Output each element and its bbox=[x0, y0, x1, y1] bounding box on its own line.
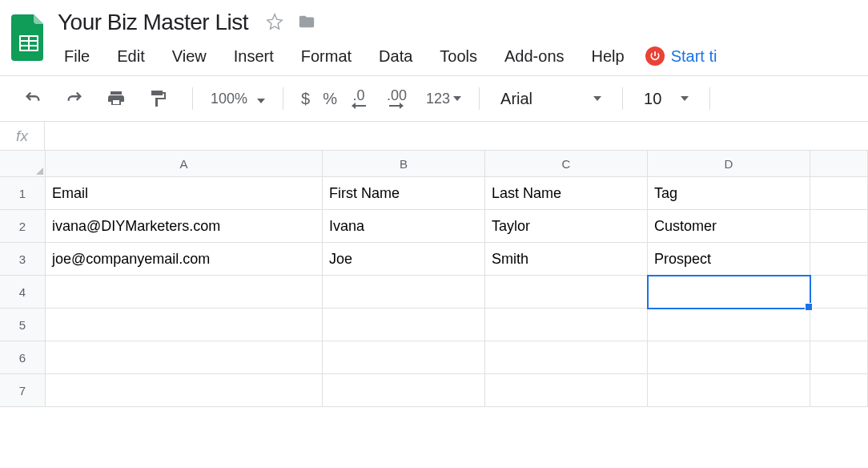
cell-b2[interactable]: Ivana bbox=[323, 210, 485, 243]
font-size-value: 10 bbox=[644, 90, 661, 108]
toolbar: 100% $ % .0 .00 123 Arial 10 bbox=[0, 76, 868, 121]
toolbar-wrap: 100% $ % .0 .00 123 Arial 10 bbox=[0, 75, 868, 122]
start-timer-link[interactable]: Start ti bbox=[671, 47, 717, 66]
cell-b1[interactable]: First Name bbox=[323, 177, 485, 210]
cell-a5[interactable] bbox=[46, 309, 323, 341]
folder-icon[interactable] bbox=[298, 13, 315, 33]
col-header-a[interactable]: A bbox=[46, 151, 323, 177]
sheets-logo[interactable] bbox=[8, 10, 50, 66]
separator bbox=[192, 87, 193, 110]
cell-e6[interactable] bbox=[810, 341, 868, 374]
undo-icon[interactable] bbox=[14, 85, 51, 112]
more-formats-label: 123 bbox=[426, 91, 450, 107]
cell-b5[interactable] bbox=[323, 309, 485, 341]
row-header-7[interactable]: 7 bbox=[0, 374, 46, 407]
menu-data[interactable]: Data bbox=[372, 45, 419, 68]
format-currency-button[interactable]: $ bbox=[295, 87, 316, 111]
more-formats-button[interactable]: 123 bbox=[420, 87, 468, 111]
cell-e7[interactable] bbox=[810, 374, 868, 407]
redo-icon[interactable] bbox=[56, 85, 93, 112]
separator bbox=[283, 87, 283, 110]
menu-view[interactable]: View bbox=[166, 45, 213, 68]
cell-e3[interactable] bbox=[810, 243, 868, 276]
svg-rect-3 bbox=[21, 42, 28, 45]
spreadsheet-grid: A B C D 1 Email First Name Last Name Tag… bbox=[0, 151, 868, 407]
menu-file[interactable]: File bbox=[58, 45, 96, 68]
cell-b7[interactable] bbox=[323, 374, 485, 407]
cell-c2[interactable]: Taylor bbox=[485, 210, 648, 243]
cell-a4[interactable] bbox=[46, 276, 323, 309]
cell-d5[interactable] bbox=[648, 309, 810, 341]
decrease-decimal-button[interactable]: .0 bbox=[344, 83, 374, 114]
menu-edit[interactable]: Edit bbox=[111, 45, 151, 68]
paint-format-icon[interactable] bbox=[139, 84, 176, 113]
svg-rect-5 bbox=[21, 46, 28, 50]
format-percent-button[interactable]: % bbox=[316, 87, 344, 111]
chevron-down-icon bbox=[681, 96, 689, 101]
cell-e2[interactable] bbox=[810, 210, 868, 243]
doc-title[interactable]: Your Biz Master List bbox=[58, 10, 248, 35]
cell-c7[interactable] bbox=[485, 374, 648, 407]
menu-tools[interactable]: Tools bbox=[433, 45, 484, 68]
cell-a7[interactable] bbox=[46, 374, 323, 407]
cell-e4[interactable] bbox=[810, 276, 868, 309]
title-area: Your Biz Master List File Edit View Inse… bbox=[50, 6, 868, 71]
row-header-1[interactable]: 1 bbox=[0, 177, 46, 210]
cell-d1[interactable]: Tag bbox=[648, 177, 810, 210]
menu-insert[interactable]: Insert bbox=[227, 45, 280, 68]
cell-b4[interactable] bbox=[323, 276, 485, 309]
formula-input[interactable] bbox=[45, 122, 868, 150]
menu-addons[interactable]: Add-ons bbox=[498, 45, 571, 68]
chevron-down-icon bbox=[593, 96, 601, 101]
svg-rect-1 bbox=[21, 37, 28, 40]
cell-c1[interactable]: Last Name bbox=[485, 177, 648, 210]
cell-b3[interactable]: Joe bbox=[323, 243, 485, 276]
cell-d3[interactable]: Prospect bbox=[648, 243, 810, 276]
cell-a1[interactable]: Email bbox=[46, 177, 323, 210]
col-header-c[interactable]: C bbox=[485, 151, 648, 177]
svg-rect-6 bbox=[30, 46, 37, 50]
cell-d2[interactable]: Customer bbox=[648, 210, 810, 243]
cell-a6[interactable] bbox=[46, 341, 323, 374]
menu-help[interactable]: Help bbox=[585, 45, 631, 68]
zoom-select[interactable]: 100% bbox=[204, 87, 271, 111]
row-header-5[interactable]: 5 bbox=[0, 309, 46, 341]
row-header-2[interactable]: 2 bbox=[0, 210, 46, 243]
col-header-d[interactable]: D bbox=[648, 151, 810, 177]
svg-rect-4 bbox=[30, 42, 37, 45]
cell-c6[interactable] bbox=[485, 341, 648, 374]
font-size-select[interactable]: 10 bbox=[634, 87, 698, 111]
cell-e1[interactable] bbox=[810, 177, 868, 210]
col-header-e[interactable] bbox=[810, 151, 868, 177]
power-icon[interactable] bbox=[645, 46, 665, 66]
menubar: File Edit View Insert Format Data Tools … bbox=[58, 42, 868, 71]
cell-a2[interactable]: ivana@DIYMarketers.com bbox=[46, 210, 323, 243]
print-icon[interactable] bbox=[98, 84, 135, 113]
title-row: Your Biz Master List bbox=[58, 6, 868, 38]
separator bbox=[622, 87, 623, 110]
menu-format[interactable]: Format bbox=[295, 45, 358, 68]
font-name: Arial bbox=[500, 90, 532, 108]
col-header-b[interactable]: B bbox=[323, 151, 485, 177]
chevron-down-icon bbox=[257, 91, 265, 107]
cell-d7[interactable] bbox=[648, 374, 810, 407]
cell-a3[interactable]: joe@companyemail.com bbox=[46, 243, 323, 276]
select-all-corner[interactable] bbox=[0, 151, 46, 177]
cell-c4[interactable] bbox=[485, 276, 648, 309]
cell-d4[interactable] bbox=[648, 276, 810, 309]
cell-c5[interactable] bbox=[485, 309, 648, 341]
cell-e5[interactable] bbox=[810, 309, 868, 341]
increase-decimal-button[interactable]: .00 bbox=[379, 83, 415, 114]
cell-c3[interactable]: Smith bbox=[485, 243, 648, 276]
row-header-4[interactable]: 4 bbox=[0, 276, 46, 309]
cell-d6[interactable] bbox=[648, 341, 810, 374]
font-select[interactable]: Arial bbox=[491, 87, 611, 111]
row-header-3[interactable]: 3 bbox=[0, 243, 46, 276]
separator bbox=[709, 87, 710, 110]
star-icon[interactable] bbox=[266, 13, 283, 33]
cell-b6[interactable] bbox=[323, 341, 485, 374]
row-header-6[interactable]: 6 bbox=[0, 341, 46, 374]
zoom-value: 100% bbox=[211, 91, 247, 107]
separator bbox=[479, 87, 480, 110]
header: Your Biz Master List File Edit View Inse… bbox=[0, 0, 868, 71]
